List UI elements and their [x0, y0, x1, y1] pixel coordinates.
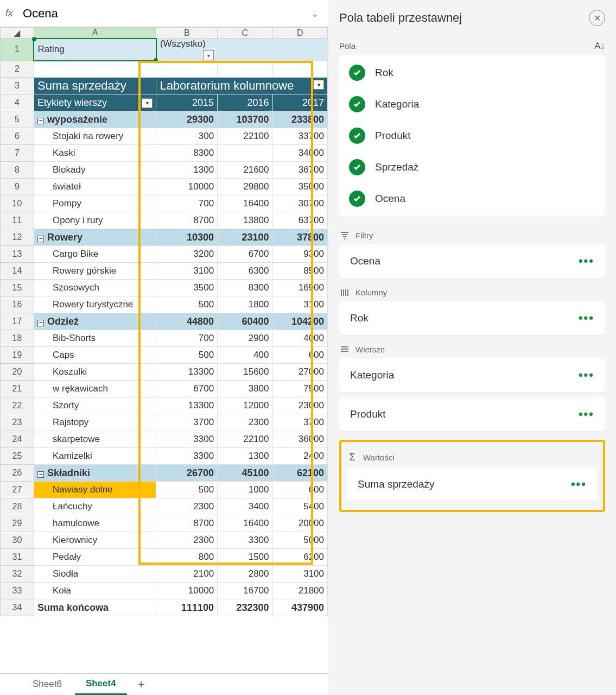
year-header[interactable]: 2016 — [218, 94, 272, 111]
value-cell[interactable]: 2300 — [156, 532, 218, 549]
value-cell[interactable]: 33700 — [272, 128, 327, 145]
row-header[interactable]: 27 — [1, 482, 34, 498]
check-icon[interactable] — [349, 191, 365, 207]
value-cell[interactable]: 10000 — [156, 583, 218, 599]
category-total[interactable]: 44800 — [156, 313, 218, 330]
value-cell[interactable]: 3700 — [272, 414, 327, 431]
product-cell[interactable]: Kaski — [34, 145, 156, 162]
row-header[interactable]: 5 — [1, 111, 34, 128]
col-header-b[interactable]: B — [156, 28, 218, 39]
cell[interactable] — [272, 39, 327, 61]
value-cell[interactable]: 8500 — [272, 263, 327, 280]
category-row[interactable]: −Rowery — [34, 229, 156, 246]
value-cell[interactable]: 500 — [156, 482, 218, 498]
product-cell[interactable]: Blokady — [34, 162, 156, 179]
row-header[interactable]: 18 — [1, 330, 34, 347]
product-cell[interactable]: Kierownicy — [34, 532, 156, 549]
sheet-tab[interactable]: Sheet4 — [75, 674, 127, 695]
product-cell[interactable]: Rowery turystyczne — [34, 296, 156, 313]
report-filter-cell[interactable]: (Wszystko)▾ — [156, 39, 218, 61]
value-cell[interactable]: 1500 — [218, 549, 272, 566]
product-cell[interactable]: w rękawicach — [34, 381, 156, 397]
area-chip[interactable]: Produkt••• — [339, 397, 605, 431]
category-total[interactable]: 26700 — [156, 465, 218, 482]
area-chip[interactable]: Ocena••• — [339, 244, 605, 278]
value-cell[interactable]: 2100 — [156, 566, 218, 583]
row-header[interactable]: 3 — [1, 78, 34, 94]
field-item[interactable]: Sprzedaż — [339, 151, 605, 183]
more-icon[interactable]: ••• — [579, 311, 594, 325]
value-cell[interactable]: 35000 — [272, 179, 327, 195]
sort-icon[interactable]: A↓ — [594, 41, 605, 52]
value-cell[interactable]: 2300 — [218, 414, 272, 431]
value-cell[interactable]: 700 — [156, 195, 218, 212]
value-cell[interactable]: 21800 — [272, 583, 327, 599]
row-header[interactable]: 34 — [1, 599, 34, 616]
value-cell[interactable]: 16700 — [218, 583, 272, 599]
product-cell[interactable]: Rajstopy — [34, 414, 156, 431]
more-icon[interactable]: ••• — [579, 368, 594, 382]
product-cell[interactable]: Nawiasy dolne — [34, 482, 156, 498]
product-cell[interactable]: Kamizelki — [34, 448, 156, 465]
close-icon[interactable]: ✕ — [589, 10, 605, 26]
row-header[interactable]: 22 — [1, 397, 34, 414]
product-cell[interactable]: świateł — [34, 179, 156, 195]
select-all-corner[interactable]: ◢ — [1, 28, 34, 39]
row-header[interactable]: 12 — [1, 229, 34, 246]
row-header[interactable]: 8 — [1, 162, 34, 179]
sheet-tab[interactable]: Sheet6 — [22, 674, 73, 695]
row-header[interactable]: 2 — [1, 61, 34, 78]
value-cell[interactable]: 3300 — [218, 532, 272, 549]
product-cell[interactable]: Pedały — [34, 549, 156, 566]
field-item[interactable]: Kategoria — [339, 89, 605, 120]
row-header[interactable]: 33 — [1, 583, 34, 599]
value-cell[interactable]: 1300 — [156, 162, 218, 179]
product-cell[interactable]: Siodła — [34, 566, 156, 583]
check-icon[interactable] — [349, 159, 365, 175]
year-header[interactable]: 2015 — [156, 94, 218, 111]
row-header[interactable]: 1 — [1, 39, 34, 61]
product-cell[interactable]: Bib-Shorts — [34, 330, 156, 347]
category-total[interactable]: 29300 — [156, 111, 218, 128]
more-icon[interactable]: ••• — [579, 407, 594, 421]
value-cell[interactable]: 13300 — [156, 364, 218, 381]
row-header[interactable]: 17 — [1, 313, 34, 330]
value-cell[interactable]: 2400 — [272, 448, 327, 465]
value-cell[interactable]: 9300 — [272, 246, 327, 263]
cell[interactable] — [218, 39, 272, 61]
col-header-a[interactable]: A — [34, 28, 156, 39]
value-cell[interactable]: 3100 — [272, 296, 327, 313]
value-cell[interactable]: 2900 — [218, 330, 272, 347]
product-cell[interactable]: Szorty — [34, 397, 156, 414]
value-cell[interactable]: 63700 — [272, 212, 327, 229]
value-cell[interactable]: 4000 — [272, 330, 327, 347]
formula-input[interactable] — [21, 4, 308, 23]
product-cell[interactable]: Stojaki na rowery — [34, 128, 156, 145]
row-header[interactable]: 26 — [1, 465, 34, 482]
value-cell[interactable]: 3400 — [218, 498, 272, 515]
value-cell[interactable]: 3100 — [272, 566, 327, 583]
value-cell[interactable]: 300 — [156, 128, 218, 145]
category-total[interactable]: 60400 — [218, 313, 272, 330]
value-cell[interactable]: 20000 — [272, 515, 327, 532]
value-cell[interactable]: 1000 — [218, 482, 272, 498]
value-cell[interactable]: 400 — [218, 347, 272, 364]
category-total[interactable]: 45100 — [218, 465, 272, 482]
value-cell[interactable]: 6200 — [272, 549, 327, 566]
collapse-icon[interactable]: − — [37, 471, 44, 478]
category-row[interactable]: −wyposażenie — [34, 111, 156, 128]
check-icon[interactable] — [349, 96, 365, 112]
area-chip[interactable]: Suma sprzedaży••• — [347, 467, 598, 501]
product-cell[interactable]: hamulcowe — [34, 515, 156, 532]
value-cell[interactable]: 16400 — [218, 195, 272, 212]
row-header[interactable]: 7 — [1, 145, 34, 162]
row-header[interactable]: 31 — [1, 549, 34, 566]
value-cell[interactable]: 36700 — [272, 162, 327, 179]
filter-dropdown-icon[interactable]: ▾ — [313, 80, 324, 90]
row-header[interactable]: 14 — [1, 263, 34, 280]
row-header[interactable]: 19 — [1, 347, 34, 364]
row-header[interactable]: 4 — [1, 94, 34, 111]
area-chip[interactable]: Kategoria••• — [339, 358, 605, 392]
value-cell[interactable]: 5400 — [272, 498, 327, 515]
row-header[interactable]: 29 — [1, 515, 34, 532]
